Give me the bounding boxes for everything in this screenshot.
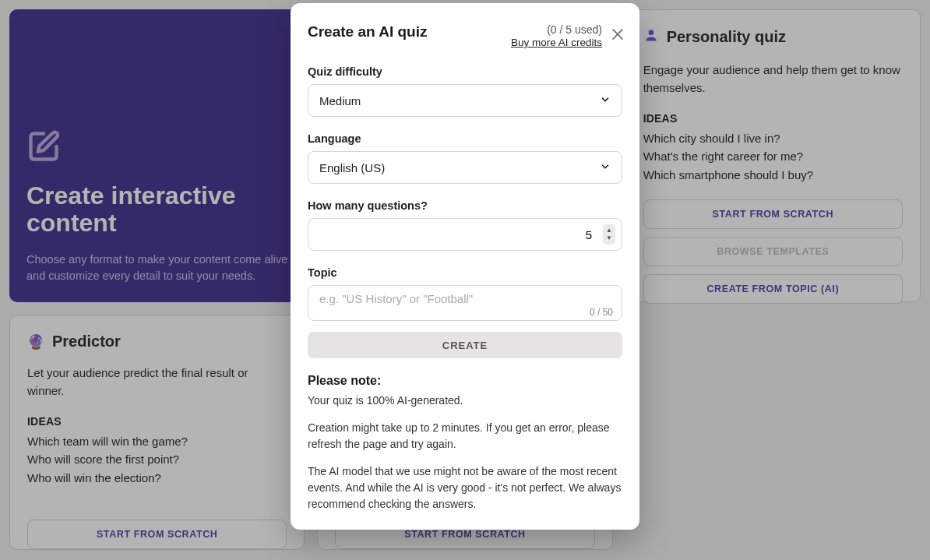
chevron-down-icon (600, 161, 611, 174)
spinner-down[interactable]: ▼ (606, 234, 612, 242)
credits-used: (0 / 5 used) (511, 23, 602, 36)
difficulty-label: Quiz difficulty (308, 65, 622, 78)
number-spinner: ▲ ▼ (603, 224, 615, 245)
modal-overlay[interactable]: Create an AI quiz (0 / 5 used) Buy more … (0, 0, 930, 560)
create-button[interactable]: CREATE (308, 332, 622, 358)
note-body: Your quiz is 100% AI-generated. Creation… (308, 393, 622, 512)
create-ai-quiz-modal: Create an AI quiz (0 / 5 used) Buy more … (291, 3, 639, 530)
spinner-up[interactable]: ▲ (606, 227, 612, 234)
buy-credits-link[interactable]: Buy more AI credits (511, 37, 602, 48)
language-select[interactable]: English (US) (308, 151, 622, 184)
topic-input[interactable] (319, 292, 611, 305)
language-label: Language (308, 132, 622, 145)
difficulty-select[interactable]: Medium (308, 84, 622, 117)
close-icon[interactable] (610, 26, 625, 45)
questions-input[interactable] (319, 228, 611, 241)
note-paragraph: Your quiz is 100% AI-generated. (308, 393, 622, 409)
credits-info: (0 / 5 used) Buy more AI credits (511, 23, 602, 48)
language-value: English (US) (319, 161, 385, 174)
difficulty-value: Medium (319, 94, 361, 107)
questions-label: How many questions? (308, 199, 622, 212)
topic-label: Topic (308, 266, 622, 279)
questions-input-wrap: ▲ ▼ (308, 218, 622, 251)
topic-char-count: 0 / 50 (590, 307, 613, 318)
modal-title: Create an AI quiz (308, 23, 427, 41)
note-paragraph: Creation might take up to 2 minutes. If … (308, 420, 622, 453)
note-paragraph: The AI model that we use might not be aw… (308, 463, 622, 512)
chevron-down-icon (600, 94, 611, 107)
note-title: Please note: (308, 374, 622, 388)
